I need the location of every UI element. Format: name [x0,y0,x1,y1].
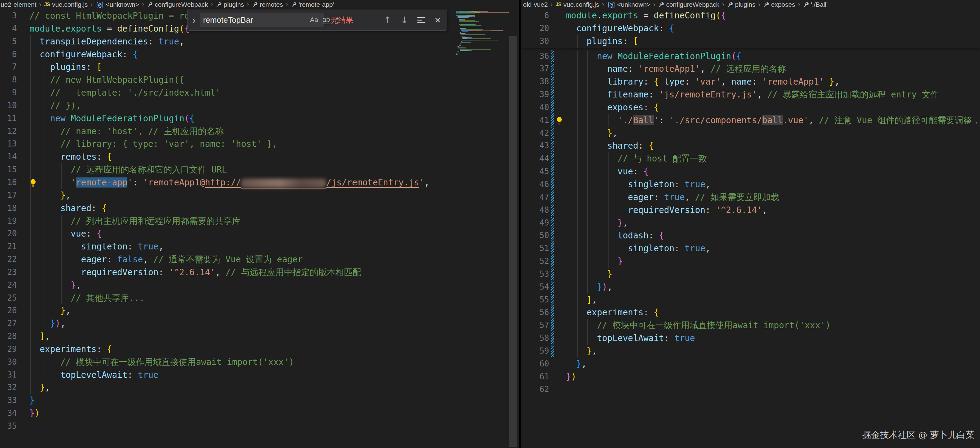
line-number[interactable]: 21 [0,240,17,253]
code-text[interactable]: singleton: true, [566,242,980,255]
line-number[interactable]: 11 [0,112,17,125]
code-line-48[interactable]: 48 requiredVersion: '^2.6.14', [520,204,980,217]
code-text[interactable]: // name: 'host', // 主机应用的名称 [29,125,519,138]
code-line-53[interactable]: 53 } [520,268,980,281]
code-line-29[interactable]: 29 experiments: { [0,343,519,356]
code-line-21[interactable]: 21 singleton: true, [0,240,519,253]
code-text[interactable]: plugins: [ [29,61,519,73]
code-line-51[interactable]: 51 singleton: true, [520,242,980,255]
line-number[interactable]: 15 [0,163,17,176]
code-text[interactable]: eager: false, // 通常不需要为 Vue 设置为 eager [29,253,519,266]
breadcrumb-item-vue-config-js[interactable]: JSvue.config.js [555,1,599,8]
scrollbar-slider[interactable] [509,36,517,447]
line-number[interactable]: 31 [0,368,17,381]
code-line-16[interactable]: 16 'remote-app': 'remoteApp1@http:///js/… [0,176,519,189]
code-line-38[interactable]: 38 library: { type: 'var', name: 'remote… [520,75,980,88]
code-line-30[interactable]: 30 plugins: [ [520,35,980,48]
breadcrumb-item--unknown-[interactable]: [@]<unknown> [95,1,139,8]
code-text[interactable]: // }), [29,99,519,112]
line-number[interactable]: 25 [0,292,17,305]
line-number[interactable]: 45 [520,165,549,178]
line-number[interactable]: 5 [0,35,17,48]
line-number[interactable]: 23 [0,266,17,279]
code-text[interactable]: filename: 'js/remoteEntry.js', // 暴露给宿主应… [566,88,980,101]
code-text[interactable]: // new HtmlWebpackPlugin({ [29,73,519,86]
line-number[interactable]: 59 [520,345,549,358]
line-number[interactable]: 30 [0,356,17,368]
code-line-7[interactable]: 7 plugins: [ [0,61,519,73]
line-number[interactable]: 47 [520,191,549,204]
find-input[interactable] [203,15,305,25]
line-number[interactable]: 38 [520,75,549,88]
code-line-39[interactable]: 39 filename: 'js/remoteEntry.js', // 暴露给… [520,88,980,101]
breadcrumb-item-vue-config-js[interactable]: JSvue.config.js [44,1,88,8]
code-text[interactable]: name: 'remoteApp1', // 远程应用的名称 [566,62,980,75]
line-number[interactable]: 39 [520,88,549,101]
code-line-15[interactable]: 15 // 远程应用的名称和它的入口文件 URL [0,163,519,176]
code-text[interactable]: vue: { [566,165,980,178]
line-number[interactable]: 48 [520,204,549,217]
line-number[interactable]: 51 [520,242,549,255]
code-text[interactable]: experiments: { [566,306,980,319]
whole-word-icon[interactable]: ab [323,16,330,24]
breadcrumb-item-exposes[interactable]: exposes [763,1,795,8]
code-text[interactable]: library: { type: 'var', name: 'remoteApp… [566,75,980,88]
code-line-56[interactable]: 56 experiments: { [520,306,980,319]
line-number[interactable]: 19 [0,215,17,228]
code-text[interactable]: singleton: true, [29,240,519,253]
code-line-31[interactable]: 31 topLevelAwait: true [0,368,519,381]
code-line-49[interactable]: 49 }, [520,217,980,230]
line-number[interactable]: 4 [0,22,17,35]
line-number[interactable]: 53 [520,268,549,281]
breadcrumb-item--remote-app-[interactable]: 'remote-app' [291,1,334,8]
line-number[interactable]: 28 [0,330,17,343]
code-text[interactable]: transpileDependencies: true, [29,35,519,48]
code-line-10[interactable]: 10 // }), [0,99,519,112]
code-text[interactable]: exposes: { [566,101,980,114]
code-line-40[interactable]: 40 exposes: { [520,101,980,114]
line-number[interactable]: 62 [520,383,549,396]
toggle-replace-chevron-icon[interactable]: › [188,14,200,26]
code-text[interactable]: } [566,255,980,268]
breadcrumb-item-configurewebpack[interactable]: configureWebpack [147,1,208,8]
code-line-46[interactable]: 46 singleton: true, [520,178,980,191]
line-number[interactable]: 3 [0,10,17,22]
code-text[interactable]: // 模块中可在一级作用域直接使用await import('xxx') [566,319,980,332]
code-text[interactable]: }, [29,189,519,202]
lightbulb-icon[interactable] [555,116,563,129]
breadcrumb-item--unknown-[interactable]: [@]<unknown> [607,1,651,8]
line-number[interactable]: 35 [0,420,17,433]
code-line-41[interactable]: 41 './Ball': './src/components/ball.vue'… [520,114,980,127]
line-number[interactable]: 20 [0,227,17,240]
line-number[interactable]: 56 [520,306,549,319]
code-text[interactable]: // 与 host 配置一致 [566,152,980,165]
code-text[interactable]: }) [29,407,519,420]
line-number[interactable]: 18 [0,202,17,215]
code-text[interactable]: }, [566,127,980,140]
line-number[interactable]: 17 [0,189,17,202]
code-line-47[interactable]: 47 eager: true, // 如果需要立即加载 [520,191,980,204]
line-number[interactable]: 42 [520,127,549,140]
line-number[interactable]: 16 [0,176,17,189]
line-number[interactable]: 58 [520,332,549,345]
close-find-icon[interactable]: × [434,15,441,25]
code-text[interactable]: }), [29,317,519,330]
code-text[interactable]: }), [566,281,980,293]
code-text[interactable]: } [29,394,519,407]
code-line-52[interactable]: 52 } [520,255,980,268]
code-text[interactable]: ], [29,330,519,343]
line-number[interactable]: 54 [520,281,549,293]
line-number[interactable]: 20 [520,22,549,35]
line-number[interactable]: 61 [520,370,549,383]
find-input-box[interactable]: Aa ab .* [200,13,324,27]
code-line-27[interactable]: 27 }), [0,317,519,330]
code-text[interactable]: configureWebpack: { [566,22,980,35]
code-text[interactable]: remotes: { [29,150,519,163]
line-number[interactable]: 14 [0,150,17,163]
breadcrumb-item-plugins[interactable]: plugins [727,1,756,8]
code-area-right[interactable]: 36 new ModuleFederationPlugin({37 name: … [520,50,980,396]
line-number[interactable]: 12 [0,125,17,138]
code-line-54[interactable]: 54 }), [520,281,980,293]
code-text[interactable]: }, [29,304,519,317]
code-line-36[interactable]: 36 new ModuleFederationPlugin({ [520,50,980,63]
